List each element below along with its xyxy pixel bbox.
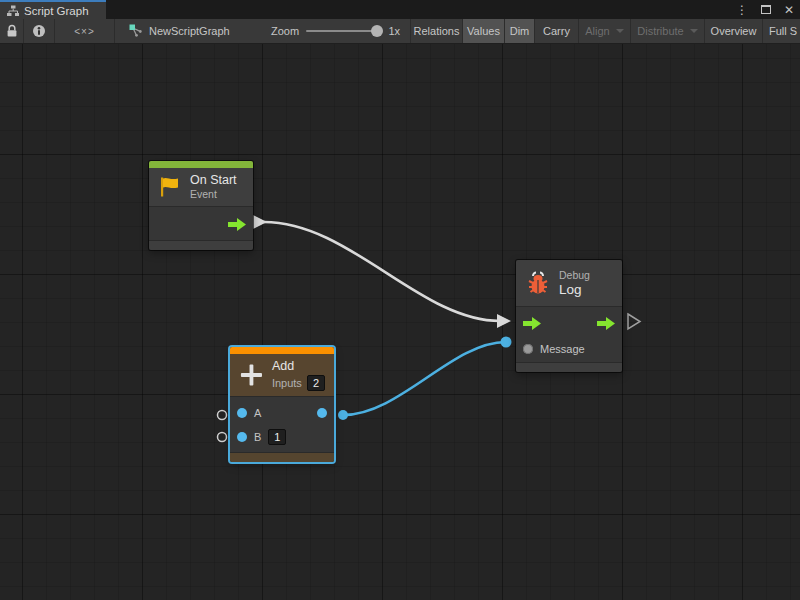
toolbar-button-distribute: Distribute <box>631 19 705 43</box>
code-preview-button[interactable]: <×> <box>55 19 115 43</box>
zoom-value: 1x <box>388 25 400 37</box>
node-header: Debug Log <box>516 260 622 306</box>
button-label: Full S <box>769 25 797 37</box>
button-label: Values <box>467 25 500 37</box>
maximize-icon[interactable] <box>761 5 771 14</box>
toolbar-button-full-screen[interactable]: Full S <box>763 19 800 43</box>
plus-icon <box>239 362 264 388</box>
dropdown-arrow-icon <box>616 29 624 33</box>
button-label: Relations <box>414 25 460 37</box>
script-graph-window: Script Graph ⋮ ✕ <×> <box>0 0 800 600</box>
node-footer <box>230 452 334 462</box>
toolbar-button-carry[interactable]: Carry <box>535 19 579 43</box>
zoom-control: Zoom 1x <box>261 19 411 43</box>
port-b-input[interactable] <box>237 432 247 442</box>
node-ports: Message <box>516 306 622 362</box>
trigger-input-port[interactable] <box>523 317 541 330</box>
zoom-slider[interactable] <box>306 30 381 32</box>
toolbar-button-values[interactable]: Values <box>463 19 505 43</box>
code-icon: <×> <box>74 26 95 37</box>
graph-name-breadcrumb[interactable]: NewScriptGraph <box>115 19 261 43</box>
button-label: Carry <box>543 25 570 37</box>
node-header: On Start Event <box>149 168 253 206</box>
node-add[interactable]: Add Inputs 2 A B 1 <box>230 347 334 462</box>
tab-bar: Script Graph ⋮ ✕ <box>0 0 800 19</box>
button-label: Dim <box>510 25 530 37</box>
node-header: Add Inputs 2 <box>230 354 334 396</box>
node-debug-log[interactable]: Debug Log Message <box>516 260 622 372</box>
info-icon <box>32 24 46 38</box>
zoom-slider-handle[interactable] <box>371 25 383 37</box>
message-port-label: Message <box>540 343 585 355</box>
message-input-port[interactable] <box>523 344 533 354</box>
graph-hierarchy-icon <box>7 5 19 17</box>
node-title: Add <box>272 359 325 374</box>
graph-canvas[interactable] <box>0 44 800 600</box>
tab-title: Script Graph <box>24 5 89 17</box>
script-graph-asset-icon <box>129 24 143 38</box>
window-controls: ⋮ ✕ <box>736 0 794 19</box>
event-colorbar <box>149 161 253 168</box>
node-surtitle: Debug <box>559 269 590 282</box>
dropdown-arrow-icon <box>690 29 698 33</box>
button-label: Overview <box>711 25 757 37</box>
tab-script-graph[interactable]: Script Graph <box>0 0 106 19</box>
toolbar-button-relations[interactable]: Relations <box>411 19 463 43</box>
port-a-input[interactable] <box>237 408 247 418</box>
node-footer <box>516 362 622 372</box>
port-b-value-field[interactable]: 1 <box>268 429 286 445</box>
graph-toolbar: <×> NewScriptGraph Zoom 1x Relations Val… <box>0 19 800 44</box>
trigger-output-port[interactable] <box>597 317 615 330</box>
inputs-count-field[interactable]: 2 <box>307 375 325 391</box>
graph-name-label: NewScriptGraph <box>149 25 230 37</box>
node-title: On Start <box>190 173 237 188</box>
info-button[interactable] <box>24 19 55 43</box>
trigger-output-port[interactable] <box>228 218 246 231</box>
lock-icon <box>6 24 18 38</box>
node-footer <box>149 240 253 250</box>
close-icon[interactable]: ✕ <box>784 4 794 16</box>
node-subtitle: Inputs <box>272 377 302 390</box>
sum-output-port[interactable] <box>317 408 327 418</box>
window-menu-icon[interactable]: ⋮ <box>736 4 748 16</box>
port-b-label: B <box>254 431 261 443</box>
zoom-label: Zoom <box>271 25 299 37</box>
bug-icon <box>525 270 551 296</box>
node-on-start[interactable]: On Start Event <box>149 161 253 250</box>
toolbar-button-align: Align <box>579 19 631 43</box>
math-colorbar <box>230 347 334 354</box>
lock-button[interactable] <box>0 19 24 43</box>
node-ports: A B 1 <box>230 396 334 452</box>
node-title: Log <box>559 282 590 297</box>
button-label: Distribute <box>637 25 683 37</box>
flag-icon <box>158 175 182 199</box>
button-label: Align <box>585 25 609 37</box>
toolbar-button-overview[interactable]: Overview <box>705 19 763 43</box>
toolbar-button-dim[interactable]: Dim <box>505 19 535 43</box>
node-ports <box>149 206 253 240</box>
port-a-label: A <box>254 407 261 419</box>
node-subtitle: Event <box>190 188 237 201</box>
